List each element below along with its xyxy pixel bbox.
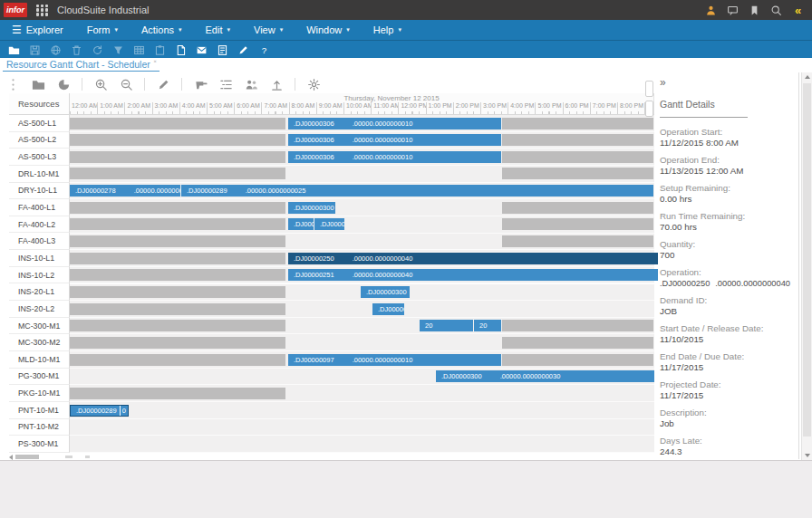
- scroll-up-icon[interactable]: [805, 75, 810, 79]
- operation-bar[interactable]: .DJ00000300: [288, 202, 335, 214]
- zoom-in-icon[interactable]: [93, 77, 108, 91]
- scroll-left-icon[interactable]: [9, 455, 13, 460]
- scroll-down-icon[interactable]: [805, 454, 810, 457]
- panel-splitter[interactable]: [645, 81, 653, 135]
- operation-bar[interactable]: .DJ00000: [288, 218, 314, 230]
- operation-bar[interactable]: .DJ00000300: [361, 286, 410, 298]
- operation-bar[interactable]: .DJ00000289.00000.0000000025: [181, 185, 653, 197]
- resource-label[interactable]: MC-300-M1: [9, 318, 70, 335]
- standard-toolbar: ?: [0, 40, 812, 59]
- resource-label[interactable]: AS-500-L1: [9, 115, 70, 132]
- vertical-scrollbar[interactable]: [801, 72, 812, 460]
- tab-close-icon[interactable]: ˟: [154, 59, 157, 67]
- resource-label[interactable]: MC-300-M2: [9, 334, 70, 351]
- folder-icon[interactable]: [31, 77, 45, 91]
- resource-label[interactable]: DRY-10-L1: [9, 183, 70, 200]
- offline-time-bar: [502, 337, 653, 349]
- bar-resize-handle[interactable]: 0: [120, 406, 128, 416]
- resource-label[interactable]: INS-20-L2: [9, 301, 70, 318]
- app-launcher-icon[interactable]: [36, 5, 48, 16]
- collapse-left-icon[interactable]: «: [791, 4, 805, 17]
- tree-list-icon[interactable]: [218, 77, 233, 91]
- drill-icon[interactable]: [193, 77, 208, 91]
- gantt-body[interactable]: .DJ00000306.00000.0000000010.DJ00000306.…: [70, 115, 654, 453]
- operation-bar[interactable]: .DJ00000306.00000.0000000010: [288, 118, 501, 130]
- operation-bar[interactable]: .DJ000002890: [70, 405, 129, 417]
- operation-bar[interactable]: .DJ00000250.00000.0000000040: [288, 253, 659, 264]
- report-icon[interactable]: [216, 43, 229, 57]
- offline-time-bar: [70, 168, 285, 179]
- gantt-row: .DJ00000250.00000.0000000040: [70, 250, 654, 267]
- hour-label: 6:00 AM: [234, 102, 261, 114]
- resource-label[interactable]: FA-400-L2: [9, 216, 70, 234]
- operation-id: .DJ00000097: [294, 354, 334, 366]
- caret-down-icon: ▾: [114, 26, 118, 34]
- tab-resource-gantt-chart[interactable]: Resource Gantt Chart - Scheduler ˟: [3, 58, 160, 72]
- operation-suffix: .00000.0000000010: [353, 134, 413, 146]
- person-icon[interactable]: [704, 4, 718, 17]
- rollup-icon[interactable]: [269, 77, 284, 91]
- menu-explorer[interactable]: ☰Explorer: [0, 20, 75, 40]
- hour-label: 4:00 PM: [508, 102, 535, 114]
- save-icon: [28, 43, 42, 57]
- pencil-icon[interactable]: [237, 43, 250, 57]
- resource-label[interactable]: INS-10-L1: [9, 250, 70, 267]
- resource-label[interactable]: FA-400-L3: [9, 233, 70, 250]
- vertical-scrollbar-thumb[interactable]: [803, 83, 811, 436]
- timeline-header: Thursday, November 12 2015 12:00 AM1:00 …: [70, 93, 654, 115]
- resource-label[interactable]: AS-500-L2: [9, 132, 70, 149]
- operation-bar[interactable]: .DJ00000300.00000.0000000030: [436, 370, 654, 382]
- operation-bar[interactable]: .DJ000003: [372, 303, 404, 315]
- resource-label[interactable]: PS-300-M1: [9, 436, 70, 453]
- operation-bar[interactable]: 20: [420, 320, 473, 331]
- resource-label[interactable]: FA-400-L1: [9, 199, 70, 216]
- zoom-out-icon[interactable]: [119, 77, 133, 91]
- resource-label[interactable]: PNT-10-M2: [9, 419, 70, 436]
- menu-view[interactable]: View▾: [242, 20, 295, 40]
- open-folder-icon[interactable]: [7, 43, 21, 57]
- resource-label[interactable]: PNT-10-M1: [9, 402, 70, 419]
- operation-bar[interactable]: .DJ00000097.00000.0000000010: [288, 354, 501, 366]
- resource-label[interactable]: PG-300-M1: [9, 369, 70, 386]
- operation-bar[interactable]: .DJ00000306.00000.0000000010: [288, 134, 501, 146]
- operation-bar[interactable]: .DJ00000251.00000.0000000040: [288, 269, 659, 281]
- menu-form[interactable]: Form▾: [75, 20, 130, 40]
- panel-collapse-icon[interactable]: »: [660, 76, 666, 89]
- field-label: Demand ID:: [660, 295, 794, 306]
- pencil-icon[interactable]: [156, 77, 170, 91]
- field-value: 11/10/2015: [660, 334, 794, 345]
- help-icon[interactable]: ?: [257, 43, 271, 57]
- operation-id: .DJ00000306: [294, 118, 334, 130]
- menu-window[interactable]: Window▾: [295, 20, 362, 40]
- resource-label[interactable]: PKG-10-M1: [9, 385, 70, 402]
- bookmark-icon[interactable]: [748, 4, 761, 17]
- menu-help[interactable]: Help▾: [362, 20, 413, 40]
- resource-label-column: AS-500-L1AS-500-L2AS-500-L3DRL-10-M1DRY-…: [9, 115, 70, 453]
- pie-icon[interactable]: [56, 77, 71, 91]
- operation-bar[interactable]: .DJ000003: [314, 218, 344, 230]
- scrollbar-thumb[interactable]: [15, 455, 39, 459]
- operation-bar[interactable]: .DJ00000278.00000.0000000025: [70, 185, 180, 197]
- resource-label[interactable]: DRL-10-M1: [9, 166, 70, 183]
- field-label: Projected Date:: [660, 379, 794, 390]
- operation-bar[interactable]: .DJ00000306.00000.0000000010: [288, 151, 501, 163]
- product-title: CloudSuite Industrial: [57, 5, 150, 15]
- mail-icon[interactable]: [195, 43, 208, 57]
- resource-label[interactable]: MLD-10-M1: [9, 351, 70, 369]
- hour-label: 8:00 PM: [617, 102, 644, 114]
- menu-edit[interactable]: Edit▾: [194, 20, 242, 40]
- gantt-horizontal-scrollbar[interactable]: [9, 454, 654, 460]
- resource-label[interactable]: AS-500-L3: [9, 149, 70, 166]
- gantt-row: [70, 334, 654, 351]
- notes-icon[interactable]: [174, 43, 188, 57]
- resource-label[interactable]: INS-10-L2: [9, 267, 70, 284]
- detail-field: Run Time Remaining:70.00 hrs: [660, 211, 794, 233]
- gear-icon[interactable]: [306, 77, 321, 91]
- resource-label[interactable]: INS-20-L1: [9, 283, 70, 301]
- search-icon[interactable]: [769, 4, 783, 17]
- chat-icon[interactable]: [726, 4, 740, 17]
- people-icon[interactable]: [244, 77, 258, 91]
- menu-actions[interactable]: Actions▾: [130, 20, 194, 40]
- hour-label: 7:00 PM: [590, 102, 617, 114]
- operation-bar[interactable]: 20: [474, 320, 501, 331]
